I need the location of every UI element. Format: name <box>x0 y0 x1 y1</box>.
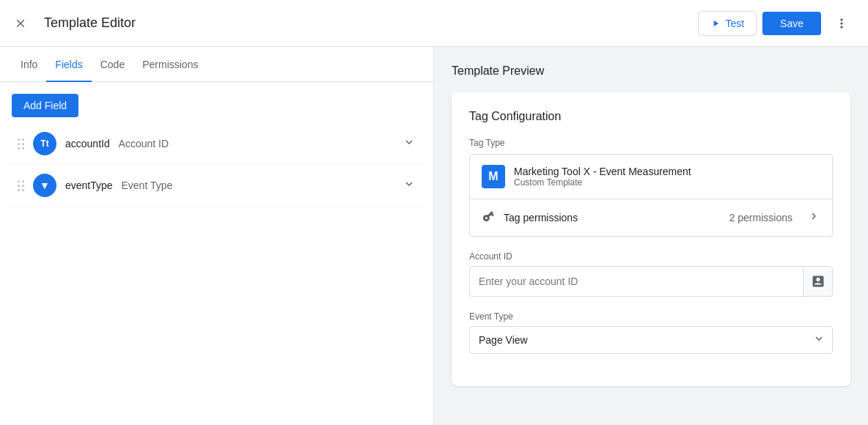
grid-icon <box>812 275 825 288</box>
tab-info[interactable]: Info <box>12 47 46 82</box>
field-icon-tt: Tt <box>33 132 56 155</box>
drag-handle-accountid[interactable] <box>18 138 24 149</box>
field-icon-arrow: ▼ <box>33 174 56 197</box>
field-name-accountid: accountId <box>65 138 110 149</box>
expand-eventtype-icon[interactable] <box>402 177 416 193</box>
left-panel: Info Fields Code Permissions Add Field T… <box>0 47 434 425</box>
event-type-select-wrapper: Page View Click Form Submit Custom <box>469 326 833 354</box>
more-vert-icon <box>834 16 849 31</box>
close-button[interactable] <box>6 9 35 38</box>
tag-type-section-label: Tag Type <box>469 138 833 148</box>
event-type-label: Event Type <box>469 311 833 322</box>
play-icon <box>710 18 721 29</box>
tag-config-title: Tag Configuration <box>469 110 833 123</box>
account-id-group: Account ID <box>469 251 833 297</box>
save-button[interactable]: Save <box>762 12 821 35</box>
test-button[interactable]: Test <box>698 11 757 36</box>
tag-type-box: M Marketing Tool X - Event Measurement C… <box>469 154 833 237</box>
tab-code[interactable]: Code <box>92 47 133 82</box>
tag-m-icon: M <box>482 165 505 188</box>
permissions-chevron-icon <box>807 210 820 226</box>
field-row-eventtype: ▼ eventType Event Type <box>12 165 422 207</box>
more-options-button[interactable] <box>827 9 856 38</box>
account-id-label: Account ID <box>469 251 833 262</box>
event-type-group: Event Type Page View Click Form Submit C… <box>469 311 833 354</box>
permissions-count: 2 permissions <box>729 212 792 223</box>
field-label-accountid: Account ID <box>119 138 169 149</box>
tag-name-info: Marketing Tool X - Event Measurement Cus… <box>514 166 691 188</box>
tag-config-card: Tag Configuration Tag Type M Marketing T… <box>452 92 850 386</box>
field-name-eventtype: eventType <box>65 180 113 191</box>
expand-accountid-icon[interactable] <box>402 136 416 152</box>
tab-permissions[interactable]: Permissions <box>133 47 207 82</box>
app-title: Template Editor <box>44 15 689 31</box>
field-label-eventtype: Event Type <box>122 180 173 191</box>
drag-handle-eventtype[interactable] <box>18 180 24 191</box>
account-id-input-row <box>469 266 833 297</box>
account-id-picker-button[interactable] <box>803 267 832 296</box>
tabs: Info Fields Code Permissions <box>0 47 433 82</box>
main-layout: Info Fields Code Permissions Add Field T… <box>0 47 868 425</box>
field-row-accountid: Tt accountId Account ID <box>12 123 422 165</box>
tag-permissions-row[interactable]: Tag permissions 2 permissions <box>470 199 832 236</box>
event-type-select[interactable]: Page View Click Form Submit Custom <box>469 326 833 354</box>
tag-name-row: M Marketing Tool X - Event Measurement C… <box>470 155 832 199</box>
right-panel: Template Preview Tag Configuration Tag T… <box>434 47 868 425</box>
field-row-info-eventtype: eventType Event Type <box>65 180 394 191</box>
top-bar: Template Editor Test Save <box>0 0 868 47</box>
tab-fields[interactable]: Fields <box>46 47 91 82</box>
key-icon <box>482 210 495 226</box>
tag-subtitle-text: Custom Template <box>514 177 691 188</box>
account-id-input[interactable] <box>470 268 803 295</box>
tag-name-text: Marketing Tool X - Event Measurement <box>514 166 691 177</box>
tag-permissions-label-text: Tag permissions <box>504 212 721 223</box>
add-field-button[interactable]: Add Field <box>12 94 78 117</box>
field-row-info-accountid: accountId Account ID <box>65 138 394 149</box>
fields-content: Add Field Tt accountId Account ID <box>0 82 433 425</box>
right-panel-title: Template Preview <box>452 64 850 78</box>
top-bar-actions: Test Save <box>698 9 856 38</box>
